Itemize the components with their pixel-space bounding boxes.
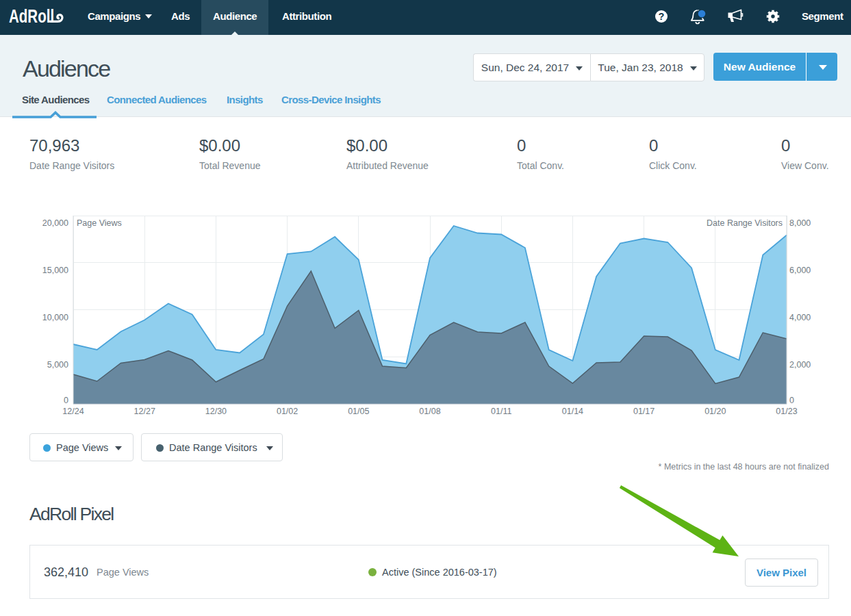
svg-text:AdRoll: AdRoll bbox=[9, 5, 54, 26]
svg-text:6,000: 6,000 bbox=[789, 266, 811, 275]
svg-text:2,000: 2,000 bbox=[789, 360, 811, 370]
svg-text:01/17: 01/17 bbox=[633, 407, 655, 416]
svg-text:0: 0 bbox=[789, 396, 794, 405]
svg-text:01/23: 01/23 bbox=[776, 407, 797, 416]
svg-text:01/11: 01/11 bbox=[491, 407, 511, 416]
svg-text:5,000: 5,000 bbox=[47, 360, 68, 370]
svg-text:01/02: 01/02 bbox=[277, 407, 298, 416]
svg-text:01/20: 01/20 bbox=[704, 407, 726, 416]
svg-text:Date Range Visitors: Date Range Visitors bbox=[707, 218, 783, 228]
svg-text:01/05: 01/05 bbox=[348, 407, 369, 416]
svg-text:12/27: 12/27 bbox=[134, 407, 155, 416]
svg-text:12/30: 12/30 bbox=[205, 407, 227, 416]
svg-text:20,000: 20,000 bbox=[42, 218, 68, 228]
svg-text:8,000: 8,000 bbox=[789, 218, 811, 228]
svg-text:Page Views: Page Views bbox=[77, 218, 122, 228]
svg-text:?: ? bbox=[659, 11, 665, 22]
svg-text:15,000: 15,000 bbox=[42, 266, 68, 275]
svg-text:01/08: 01/08 bbox=[419, 407, 440, 416]
svg-text:01/14: 01/14 bbox=[562, 407, 583, 416]
svg-text:10,000: 10,000 bbox=[42, 313, 68, 322]
svg-text:12/24: 12/24 bbox=[62, 407, 84, 416]
svg-text:4,000: 4,000 bbox=[789, 313, 811, 322]
svg-text:0: 0 bbox=[64, 396, 68, 405]
